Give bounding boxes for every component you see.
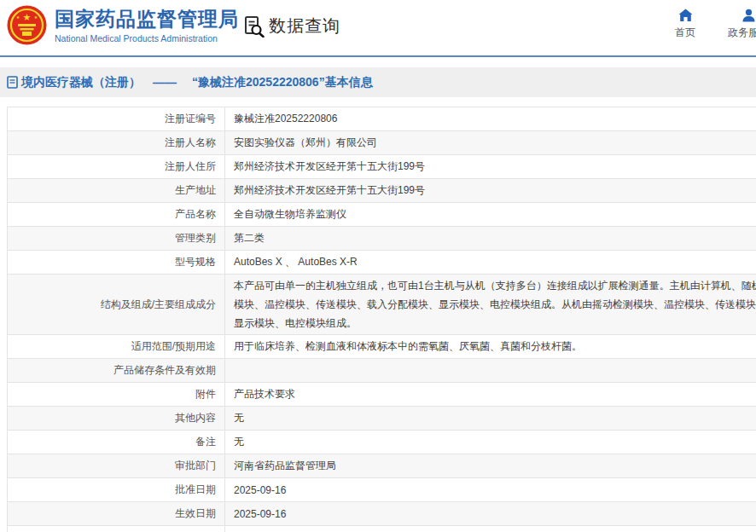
nav-home-label: 首页 [675,26,695,40]
field-label: 附件 [8,383,225,407]
org-title-cn: 国家药品监督管理局 [55,7,239,31]
field-value: 2030-09-15 [225,526,756,532]
field-label: 结构及组成/主要组成成分 [8,275,225,335]
table-row: 注册证编号 豫械注准20252220806 [8,107,756,131]
field-label: 型号规格 [8,251,225,275]
table-row: 其他内容 无 [8,407,756,431]
org-title-en: National Medical Products Administration [55,33,239,43]
data-query-icon [244,15,265,38]
table-row: 生产地址 郑州经济技术开发区经开第十五大街199号 [8,179,756,203]
field-label: 生产地址 [8,179,225,203]
document-icon [7,76,18,89]
data-query-tab[interactable]: 数据查询 [244,14,340,38]
registration-info-table: 注册证编号 豫械注准20252220806 注册人名称 安图实验仪器（郑州）有限… [7,107,756,532]
home-icon [678,9,693,22]
table-row: 型号规格 AutoBes X 、 AutoBes X-R [8,251,756,275]
table-row: 备注 无 [8,431,756,454]
table-row: 生效日期 2025-09-16 [8,502,756,526]
table-row: 有效期至 2030-09-15 [8,526,756,532]
table-row: 审批部门 河南省药品监督管理局 [8,454,756,478]
field-value: 第二类 [225,227,756,251]
table-row: 批准日期 2025-09-16 [8,478,756,502]
breadcrumb: 境内医疗器械（注册） —— “豫械注准20252220806”基本信息 [0,67,756,97]
table-row: 产品名称 全自动微生物培养监测仪 [8,203,756,227]
field-value: 2025-09-16 [225,478,756,502]
field-label: 注册证编号 [8,107,225,131]
field-label: 有效期至 [8,526,225,532]
person-icon [741,9,756,22]
field-value: 河南省药品监督管理局 [225,454,756,478]
national-emblem-logo: ★ ★ ★ [7,5,47,45]
table-row: 管理类别 第二类 [8,227,756,251]
nav-gov-services-label: 政务服务 [728,26,756,40]
field-label: 生效日期 [8,502,225,526]
field-label: 注册人名称 [8,131,225,155]
data-query-label: 数据查询 [269,14,340,38]
top-nav: 首页 政务服务 [665,9,756,40]
table-row: 适用范围/预期用途 用于临床培养、检测血液和体液标本中的需氧菌、厌氧菌、真菌和分… [8,335,756,359]
field-label: 产品储存条件及有效期 [8,359,225,383]
field-value: 豫械注准20252220806 [225,107,756,131]
field-label: 适用范围/预期用途 [8,335,225,359]
nav-gov-services[interactable]: 政务服务 [728,9,756,40]
table-row: 产品储存条件及有效期 [8,359,756,383]
page-title: “豫械注准20252220806”基本信息 [192,75,373,90]
field-value: 产品技术要求 [225,383,756,407]
header-divider [0,55,756,57]
field-value: 全自动微生物培养监测仪 [225,203,756,227]
table-row: 注册人住所 郑州经济技术开发区经开第十五大街199号 [8,155,756,179]
field-value: 郑州经济技术开发区经开第十五大街199号 [225,179,756,203]
table-row: 结构及组成/主要组成成分 本产品可由单一的主机独立组成，也可由1台主机与从机（支… [8,275,756,335]
site-header: ★ ★ ★ 国家药品监督管理局 National Medical Product… [0,0,756,55]
breadcrumb-category: 境内医疗器械（注册） [21,75,141,90]
table-row: 附件 产品技术要求 [8,383,756,407]
field-label: 产品名称 [8,203,225,227]
field-value: 无 [225,431,756,454]
field-label: 注册人住所 [8,155,225,179]
field-value: 2025-09-16 [225,502,756,526]
brand: ★ ★ ★ 国家药品监督管理局 National Medical Product… [7,5,239,45]
field-label: 其他内容 [8,407,225,431]
field-value: 无 [225,407,756,431]
breadcrumb-dash: —— [153,76,177,90]
field-value: 郑州经济技术开发区经开第十五大街199号 [225,155,756,179]
field-value: 安图实验仪器（郑州）有限公司 [225,131,756,155]
page: ★ ★ ★ 国家药品监督管理局 National Medical Product… [0,0,756,532]
field-label: 批准日期 [8,478,225,502]
svg-text:★: ★ [34,14,38,20]
field-value: 本产品可由单一的主机独立组成，也可由1台主机与从机（支持多台）连接组成以扩展检测… [225,275,756,335]
field-value [225,359,756,383]
field-value: AutoBes X 、 AutoBes X-R [225,251,756,275]
field-label: 管理类别 [8,227,225,251]
field-label: 备注 [8,431,225,454]
svg-text:★: ★ [16,14,20,20]
table-row: 注册人名称 安图实验仪器（郑州）有限公司 [8,131,756,155]
svg-text:★: ★ [23,12,32,22]
brand-text: 国家药品监督管理局 National Medical Products Admi… [55,7,239,43]
field-label: 审批部门 [8,454,225,478]
field-value: 用于临床培养、检测血液和体液标本中的需氧菌、厌氧菌、真菌和分枝杆菌。 [225,335,756,359]
nav-home[interactable]: 首页 [665,9,706,40]
